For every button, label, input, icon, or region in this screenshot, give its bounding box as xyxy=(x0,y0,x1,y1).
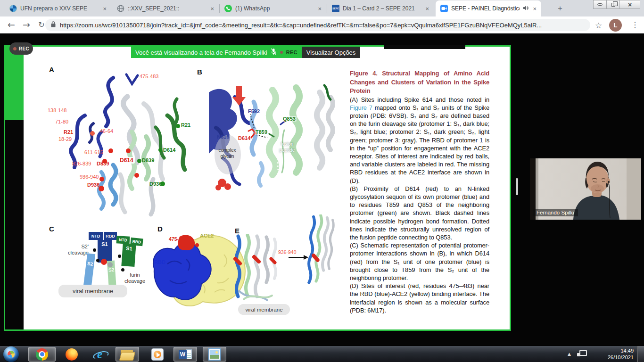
view-options-button[interactable]: Visualizar Opções xyxy=(302,47,361,58)
minimize-button[interactable] xyxy=(593,0,607,9)
site-label: 611-615 xyxy=(84,149,103,155)
tray-expand-icon[interactable]: ▲ xyxy=(568,352,571,356)
participant-name-label: Fernando Spilki xyxy=(533,209,578,216)
tab-close-icon[interactable]: × xyxy=(102,5,107,12)
internet-explorer-icon: e xyxy=(93,348,107,361)
restore-icon xyxy=(611,3,615,7)
s2prime-cleavage-label: S2'cleavage xyxy=(53,244,89,256)
tab-dia1-card2[interactable]: SEPE Dia 1 – Card 2 – SEPE 2021 × xyxy=(327,0,434,16)
site-label: 71-80 xyxy=(55,119,68,124)
desktop: { "browser": { "tabs": [ {"title": "UFN … xyxy=(0,0,644,362)
start-button[interactable] xyxy=(3,346,19,362)
tab-audio-icon[interactable] xyxy=(523,5,528,12)
show-desktop-button[interactable] xyxy=(637,346,644,362)
taskbar-clock[interactable]: 14:49 26/10/2021 xyxy=(593,347,634,361)
tab-zoom-active[interactable]: SEPE - PAINEL Diagnóstico × xyxy=(436,0,541,16)
rec-dot-icon xyxy=(13,47,17,50)
recording-indicator: REC xyxy=(9,42,33,55)
taskbar-image-viewer-button[interactable] xyxy=(203,347,226,362)
taskbar-word-button[interactable]: W xyxy=(173,347,197,362)
cleavage-dot xyxy=(121,268,124,272)
tab-close-icon[interactable]: × xyxy=(317,5,322,12)
panel-b-structure-image xyxy=(209,83,335,200)
clock-date: 26/10/2021 xyxy=(593,354,634,361)
tab-whatsapp[interactable]: (1) WhatsApp × xyxy=(220,0,326,16)
windows-taskbar: e W ▲ 14:49 26/10/2021 xyxy=(0,346,644,362)
s2-box-blue: S2 xyxy=(83,253,95,287)
tab-title: ::XXV_SEPE_2021:: xyxy=(128,5,206,12)
site-label: D839 xyxy=(142,157,154,163)
site-label: 138-148 xyxy=(48,107,66,113)
cleavage-dot xyxy=(96,259,99,262)
caption-paragraph-c: (C) Schematic representation of potentia… xyxy=(350,241,489,282)
image-viewer-icon xyxy=(208,348,221,361)
site-label: 18-29 xyxy=(58,136,72,142)
cleavage-dot xyxy=(118,255,121,258)
site-label: D936 xyxy=(149,181,162,187)
taskbar-chrome-button[interactable] xyxy=(28,347,56,362)
tab-title: Dia 1 – Card 2 – SEPE 2021 xyxy=(343,5,421,12)
tab-ufn[interactable]: UFN prepara o XXV SEPE × xyxy=(5,0,111,16)
new-tab-button[interactable]: + xyxy=(554,3,566,14)
taskbar-ie-button[interactable]: e xyxy=(90,347,110,362)
firefox-icon xyxy=(66,348,78,361)
back-button[interactable]: ← xyxy=(6,19,17,30)
site-label: R21 xyxy=(181,122,190,128)
url-text[interactable]: https://zoom.us/wc/91013500718/join?trac… xyxy=(60,22,585,29)
tab-sepe-site[interactable]: ::XXV_SEPE_2021:: × xyxy=(112,0,219,16)
clock-time: 14:49 xyxy=(593,347,634,354)
shared-screen-left-strip-black xyxy=(5,120,24,329)
site-label: R21 xyxy=(64,129,73,135)
t859-gray-ball xyxy=(107,262,113,267)
site-label: D839 xyxy=(97,161,109,166)
lock-icon[interactable] xyxy=(51,21,56,29)
forward-button[interactable]: → xyxy=(21,19,32,30)
ace2-label: ACE2 xyxy=(200,233,214,239)
site-label: D614 xyxy=(118,157,135,164)
green-site-ball xyxy=(137,159,141,163)
participant-video-thumbnail[interactable]: Fernando Spilki xyxy=(530,158,641,220)
chrome-icon xyxy=(36,348,48,361)
taskbar-firefox-button[interactable] xyxy=(61,347,82,362)
residue-label: N616 xyxy=(217,134,229,140)
figure-caption: Figure 4. Structural Mapping of Amino Ac… xyxy=(350,69,489,314)
tab-close-icon[interactable]: × xyxy=(532,5,537,12)
site-label: D936 xyxy=(87,182,99,188)
muted-mic-icon xyxy=(271,48,277,57)
taskbar-explorer-button[interactable] xyxy=(116,347,139,362)
restore-button[interactable] xyxy=(606,0,620,9)
site-label: D614 xyxy=(163,147,175,153)
banner-right-strip xyxy=(384,45,465,49)
complex-glycan-label: complexglycan xyxy=(214,147,240,159)
word-icon: W xyxy=(179,348,192,361)
browser-tab-strip: UFN prepara o XXV SEPE × ::XXV_SEPE_2021… xyxy=(0,0,644,16)
tab-title: UFN prepara o XXV SEPE xyxy=(20,5,99,12)
shared-screen-frame: A B C D E xyxy=(4,45,511,331)
window-controls: × xyxy=(594,0,640,9)
caption-paragraph-d: (D) Sites of interest (red, residues 475… xyxy=(350,282,489,314)
panel-drag-handle[interactable] xyxy=(516,178,518,195)
tab-close-icon[interactable]: × xyxy=(424,5,430,12)
site-label: 936-940 xyxy=(278,249,297,255)
viral-membrane-label-c: viral membrane xyxy=(58,285,127,297)
caption-paragraph-a: (A) Sites including Spike 614 and those … xyxy=(350,96,489,185)
network-tray-icon[interactable] xyxy=(579,350,587,356)
browser-menu-icon[interactable]: ⋮ xyxy=(631,20,639,29)
profile-avatar[interactable]: L xyxy=(609,19,622,32)
ntd-box-blue: NTD xyxy=(89,232,103,240)
bookmark-star-icon[interactable]: ☆ xyxy=(595,21,602,30)
sepe-favicon: SEPE xyxy=(332,5,339,12)
site-label: 475-483 xyxy=(140,74,158,79)
globe-favicon xyxy=(117,5,124,12)
taskbar-media-player-button[interactable] xyxy=(147,347,167,362)
d614-red-ball xyxy=(101,259,107,265)
ufn-favicon xyxy=(9,5,17,12)
minimize-icon xyxy=(597,3,603,6)
shared-screen-left-strip-green xyxy=(5,47,24,120)
arrow-icon xyxy=(289,255,308,260)
tab-close-icon[interactable]: × xyxy=(209,5,215,12)
zoom-favicon xyxy=(440,5,448,12)
address-bar[interactable]: https://zoom.us/wc/91013500718/join?trac… xyxy=(45,19,590,31)
cleavage-dot xyxy=(93,248,96,252)
close-button[interactable]: × xyxy=(619,0,640,9)
